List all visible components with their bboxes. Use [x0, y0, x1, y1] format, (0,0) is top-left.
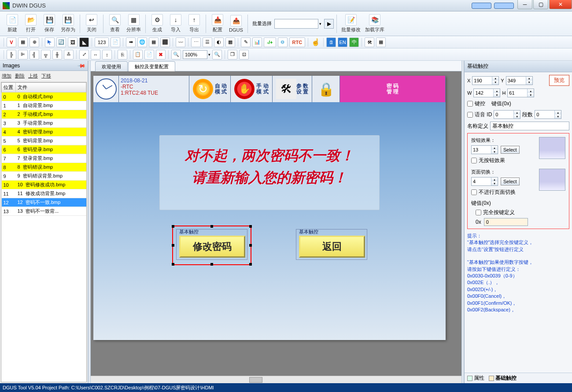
tool-icon[interactable]: ⋯: [191, 37, 201, 47]
table-row[interactable]: 1010 密码修改成功.bmp: [2, 181, 86, 189]
align-icon[interactable]: ╣: [30, 50, 39, 59]
align-icon[interactable]: ↕: [102, 50, 112, 59]
tool-v-icon[interactable]: V: [7, 37, 16, 47]
delete-icon[interactable]: ✖: [156, 50, 166, 59]
align-icon[interactable]: ↔: [91, 50, 100, 59]
ribbon-生成[interactable]: ⚙生成: [148, 13, 166, 34]
align-icon[interactable]: ╫: [52, 50, 62, 59]
col-file[interactable]: 文件: [16, 83, 86, 92]
btn-return[interactable]: 返回: [299, 236, 365, 258]
tool-icon[interactable]: ➡: [126, 37, 136, 47]
tool-icon[interactable]: ⊖: [278, 37, 288, 47]
tool-icon[interactable]: ⊕: [30, 37, 39, 47]
table-row[interactable]: 55 密码背景.bmp: [2, 137, 86, 145]
ribbon-另存为[interactable]: 💾另存为: [59, 13, 77, 34]
imgbtn-下移[interactable]: 下移: [41, 73, 51, 79]
btn-modify-password[interactable]: 修改密码: [179, 236, 245, 258]
tab-config[interactable]: 触控及变量配置: [128, 61, 175, 71]
tool-icon[interactable]: 🗓: [326, 37, 336, 47]
copy-icon[interactable]: 📋: [133, 50, 143, 59]
align-icon[interactable]: ╠: [7, 50, 16, 59]
table-row[interactable]: 1313 密码不一致背...: [2, 207, 86, 216]
preview-button[interactable]: 预览: [549, 75, 569, 86]
table-row[interactable]: 22 手动模式.bmp: [2, 110, 86, 119]
minimize-button[interactable]: ─: [517, 0, 532, 9]
zoom-in-icon[interactable]: 🔍: [212, 50, 222, 59]
x-input[interactable]: ▲▼: [472, 76, 499, 85]
hand-cursor-icon[interactable]: ☝: [311, 37, 321, 47]
btn-effect-input[interactable]: ▲▼: [471, 145, 498, 154]
page-switch-input[interactable]: ▲▼: [471, 177, 498, 186]
tool-en-icon[interactable]: EN: [338, 37, 347, 47]
table-row[interactable]: 1111 修改成功背景.bmp: [2, 189, 86, 198]
tool-icon[interactable]: 🔄: [56, 37, 66, 47]
tool-qr-icon[interactable]: ▩: [225, 37, 235, 47]
images-table[interactable]: 位置 文件 00 自动模式.bmp11 自动背景.bmp22 手动模式.bmp3…: [1, 82, 87, 382]
seg-input[interactable]: ▲▼: [535, 110, 561, 119]
no-btn-effect-checkbox[interactable]: 无按钮效果: [471, 157, 536, 164]
copy-icon[interactable]: ⎘: [118, 50, 127, 59]
select-button-2[interactable]: Select: [501, 178, 520, 185]
align-icon[interactable]: ╦: [41, 50, 51, 59]
full-key-checkbox[interactable]: 完全按键定义: [476, 209, 565, 216]
tool-icon[interactable]: ▦: [149, 37, 159, 47]
w-input[interactable]: ▲▼: [473, 89, 500, 97]
tool-icon[interactable]: 🖼: [68, 37, 77, 47]
tool-icon[interactable]: ⬛: [160, 37, 170, 47]
tool-icon[interactable]: 〰: [176, 37, 185, 47]
ribbon-DGUS[interactable]: 📤DGUS: [227, 14, 245, 33]
paste-icon[interactable]: 📄: [144, 50, 154, 59]
ribbon-保存[interactable]: 💾保存: [41, 13, 58, 34]
tool-icon[interactable]: ◣: [79, 37, 89, 47]
table-row[interactable]: 88 密码错误.bmp: [2, 163, 86, 172]
tool-icon[interactable]: ◐: [214, 37, 224, 47]
imgbtn-上移[interactable]: 上移: [28, 73, 38, 79]
ribbon-查看[interactable]: 🔍查看: [106, 13, 124, 34]
table-row[interactable]: 00 自动模式.bmp: [2, 92, 86, 101]
voice-checkbox[interactable]: 语音 ID: [467, 111, 492, 118]
align-icon[interactable]: ⊫: [18, 50, 28, 59]
table-row[interactable]: 99 密码错误背景.bmp: [2, 172, 86, 181]
zoom-select[interactable]: [183, 50, 207, 59]
batch-select[interactable]: [274, 19, 318, 29]
touch-region-1[interactable]: 基本触控 修改密码: [176, 229, 247, 260]
resize-icon[interactable]: ⤢: [79, 50, 89, 59]
ribbon-导出[interactable]: ↑导出: [185, 13, 203, 34]
select-button[interactable]: Select: [501, 146, 520, 154]
tool-123-icon[interactable]: 123: [95, 37, 109, 47]
ribbon-分辨率[interactable]: ▦分辨率: [125, 13, 143, 34]
ribbon-配置[interactable]: 📥配置: [209, 13, 226, 34]
window-icon[interactable]: ❐: [228, 50, 237, 59]
table-row[interactable]: 77 登录背景.bmp: [2, 154, 86, 163]
tab-welcome[interactable]: 欢迎使用: [95, 61, 128, 71]
tool-edit-icon[interactable]: ✎: [241, 37, 251, 47]
tool-rtc-icon[interactable]: RTC: [289, 37, 306, 47]
keyctrl-checkbox[interactable]: 键控: [467, 100, 485, 107]
tab-basic-touch[interactable]: 基础触控: [489, 374, 517, 382]
ribbon-打开[interactable]: 📂打开: [22, 13, 40, 34]
tool-cn-icon[interactable]: 中: [349, 37, 359, 47]
maximize-button[interactable]: ▢: [533, 0, 548, 9]
ribbon-导入[interactable]: ↓导入: [167, 13, 185, 34]
ribbon-关闭[interactable]: ↩关闭: [83, 13, 100, 34]
touch-region-2[interactable]: 基本触控 返回: [296, 229, 367, 260]
tool-icon[interactable]: ▦: [376, 37, 386, 47]
no-page-switch-checkbox[interactable]: 不进行页面切换: [471, 189, 536, 196]
y-input[interactable]: ▲▼: [506, 76, 533, 85]
tool-icon[interactable]: ▦: [18, 37, 28, 47]
tool-icon[interactable]: 🌐: [137, 37, 147, 47]
table-row[interactable]: 33 手动背景.bmp: [2, 119, 86, 128]
tool-icon[interactable]: 📊: [252, 37, 262, 47]
ribbon-加载字库[interactable]: 📚加载字库: [363, 13, 386, 34]
imgbtn-增加[interactable]: 增加: [2, 73, 11, 79]
table-row[interactable]: 1212 密码不一致.bmp: [2, 198, 86, 207]
name-def-input[interactable]: [490, 122, 569, 130]
zoom-out-icon[interactable]: 🔍: [171, 50, 181, 59]
ribbon-批量修改[interactable]: 📝批量修改: [340, 13, 362, 34]
design-canvas[interactable]: 2018-08-21 -RTC 1:RTC2:48 TUE 自 动模 式 手 动…: [93, 76, 446, 340]
pin-icon[interactable]: 📌: [77, 61, 86, 70]
align-icon[interactable]: ╩: [64, 50, 74, 59]
table-row[interactable]: 66 密码登录.bmp: [2, 145, 86, 154]
close-button[interactable]: ✕: [549, 0, 572, 9]
table-row[interactable]: 44 密码管理.bmp: [2, 128, 86, 137]
